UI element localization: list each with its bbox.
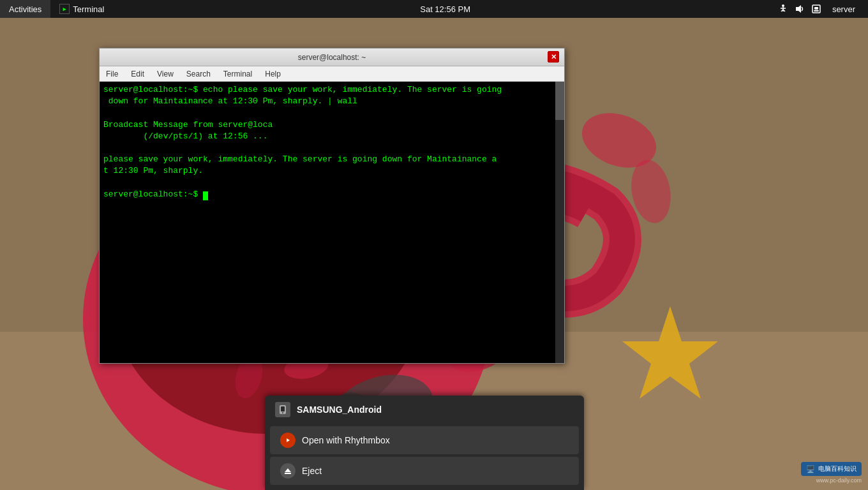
samsung-popup-title: SAMSUNG_Android [297,405,382,415]
terminal-close-button[interactable]: ✕ [548,51,559,63]
open-rhythmbox-button[interactable]: Open with Rhythmbox [270,426,579,454]
terminal-content[interactable]: server@localhost:~$ echo please save you… [100,82,564,363]
menu-search[interactable]: Search [180,66,217,82]
terminal-app-label: Terminal [73,4,104,14]
svg-point-17 [782,4,784,7]
terminal-titlebar: server@localhost: ~ ✕ [100,48,564,66]
samsung-device-icon [275,402,290,417]
terminal-line-9 [103,177,560,189]
accessibility-icon[interactable] [777,3,789,15]
svg-point-28 [282,412,283,413]
rhythmbox-icon [280,433,296,448]
menu-view[interactable]: View [151,66,180,82]
svg-rect-24 [814,7,818,10]
server-label[interactable]: server [827,0,860,18]
svg-rect-25 [814,10,819,11]
terminal-scrollbar-thumb[interactable] [555,82,564,120]
topbar: Activities ▶ Terminal Sat 12:56 PM [0,0,868,18]
user-icon[interactable] [811,3,822,15]
terminal-cursor [203,191,208,200]
terminal-line-7: please save your work, immediately. The … [103,154,560,165]
samsung-popup-header: SAMSUNG_Android [265,396,584,424]
terminal-app-button[interactable]: ▶ Terminal [50,0,113,18]
terminal-title: server@localhost: ~ [298,53,366,62]
menu-help[interactable]: Help [258,66,287,82]
terminal-line-3 [103,107,560,119]
terminal-line-1: server@localhost:~$ echo please save you… [103,84,560,96]
terminal-line-8: t 12:30 Pm, sharply. [103,165,560,177]
svg-rect-32 [285,473,291,474]
svg-marker-31 [285,468,291,472]
terminal-window: server@localhost: ~ ✕ File Edit View Sea… [99,48,565,364]
topbar-left: Activities ▶ Terminal [0,0,113,18]
terminal-scrollbar[interactable] [555,82,564,363]
svg-point-16 [627,157,675,226]
topbar-datetime: Sat 12:56 PM [113,4,777,14]
menu-terminal[interactable]: Terminal [217,66,258,82]
svg-rect-27 [281,406,285,412]
server-name: server [832,4,855,14]
menu-edit[interactable]: Edit [124,66,151,82]
datetime-label: Sat 12:56 PM [420,4,470,14]
eject-icon [280,463,296,479]
watermark-icon: 🖥️ [806,465,815,473]
rhythmbox-button-label: Open with Rhythmbox [302,435,390,445]
eject-button[interactable]: Eject [270,457,579,485]
watermark-url: www.pc-daily.com [801,477,862,484]
svg-marker-14 [622,306,718,399]
terminal-line-4: Broadcast Message from server@loca [103,119,560,131]
terminal-line-5: (/dev/pts/1) at 12:56 ... [103,131,560,142]
watermark: 🖥️ 电脑百科知识 www.pc-daily.com [801,462,862,484]
menu-file[interactable]: File [100,66,124,82]
terminal-line-2: down for Maintainance at 12:30 Pm, sharp… [103,96,560,107]
terminal-menubar: File Edit View Search Terminal Help [100,66,564,82]
svg-point-15 [574,103,664,177]
terminal-line-6 [103,142,560,154]
volume-icon[interactable] [794,3,805,15]
terminal-line-10: server@localhost:~$ [103,189,560,200]
terminal-icon: ▶ [59,4,70,14]
activities-button[interactable]: Activities [0,0,50,18]
svg-marker-22 [796,5,801,13]
eject-button-label: Eject [302,466,322,476]
samsung-android-popup: SAMSUNG_Android Open with Rhythmbox Ejec… [265,396,584,490]
watermark-text: 电脑百科知识 [818,464,857,473]
topbar-right: server [777,0,868,18]
